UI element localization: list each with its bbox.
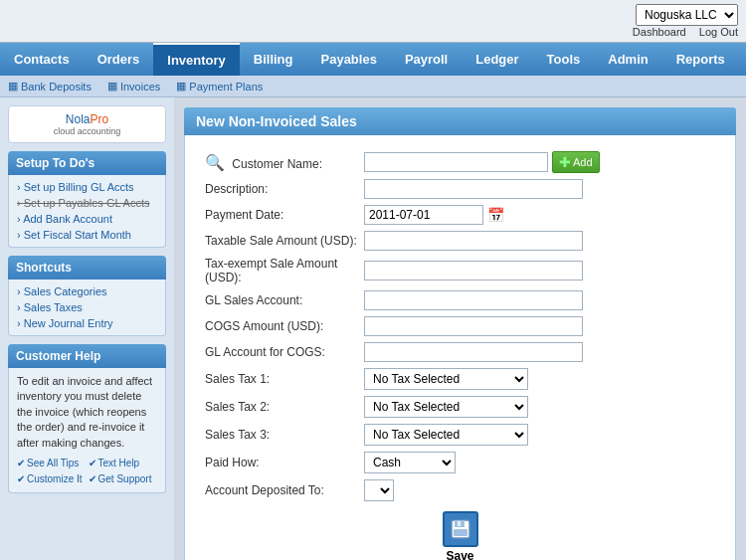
taxable-sale-input[interactable] (364, 231, 583, 251)
cogs-input[interactable] (364, 316, 583, 336)
cogs-row: COGS Amount (USD): (205, 316, 715, 336)
tax-exempt-label: Tax-exempt Sale Amount (USD): (205, 257, 364, 284)
sales-tax2-row: Sales Tax 2: No Tax Selected Tax Selecte… (205, 396, 715, 418)
logo-area: NolaPro cloud accounting (8, 105, 166, 143)
sales-tax3-select[interactable]: No Tax Selected Tax Selected (364, 424, 528, 446)
nav-admin[interactable]: Admin (594, 44, 661, 75)
save-area: Save (205, 511, 715, 560)
nav-payroll[interactable]: Payroll (391, 44, 462, 75)
sub-nav-bank-deposits[interactable]: ▦ Bank Deposits (8, 80, 92, 93)
save-label: Save (443, 549, 478, 560)
description-input[interactable] (364, 179, 583, 199)
paid-how-field: Cash Check Credit Card (364, 452, 715, 473)
customer-help-header: Customer Help (8, 344, 166, 368)
help-link-2[interactable]: ✔ Customize It (17, 472, 87, 486)
arrow-icon-3: › (17, 229, 24, 241)
arrow-icon-0: › (17, 181, 24, 193)
tax-exempt-input[interactable] (364, 261, 583, 280)
svg-rect-3 (458, 521, 461, 526)
nav-ledger[interactable]: Ledger (462, 44, 532, 75)
sales-tax3-label: Sales Tax 3: (205, 428, 364, 442)
taxable-sale-row: Taxable Sale Amount (USD): (205, 231, 715, 251)
nav-orders[interactable]: Orders (84, 44, 154, 75)
gl-sales-input[interactable] (364, 290, 583, 310)
setup-link-3[interactable]: › Set Fiscal Start Month (17, 227, 157, 243)
account-deposited-label: Account Deposited To: (205, 483, 364, 497)
sales-tax2-select[interactable]: No Tax Selected Tax Selected (364, 396, 528, 418)
shortcut-arrow-2: › (17, 317, 24, 329)
gl-sales-label: GL Sales Account: (205, 293, 364, 307)
gl-cogs-label: GL Account for COGS: (205, 345, 364, 359)
logo-sub: cloud accounting (17, 126, 157, 136)
sales-tax1-select[interactable]: No Tax Selected Tax Selected (364, 368, 528, 390)
customer-name-field: ✚ Add (364, 151, 715, 173)
company-select[interactable]: Noguska LLC (636, 4, 738, 26)
cogs-label: COGS Amount (USD): (205, 319, 364, 333)
help-link-3[interactable]: ✔ Get Support (89, 472, 158, 486)
customer-name-input[interactable] (364, 152, 548, 172)
shortcut-link-2[interactable]: › New Journal Entry (17, 315, 157, 331)
gl-cogs-field (364, 342, 715, 362)
sub-nav-invoices[interactable]: ▦ Invoices (107, 80, 160, 93)
nav-contacts[interactable]: Contacts (0, 44, 84, 75)
setup-link-0[interactable]: › Set up Billing GL Accts (17, 179, 157, 195)
top-bar: Noguska LLC Dashboard Log Out (0, 0, 746, 43)
shortcuts-title: Shortcuts (8, 256, 166, 280)
top-bar-right: Noguska LLC Dashboard Log Out (629, 4, 738, 38)
main-nav: Contacts Orders Inventory Billing Payabl… (0, 43, 746, 76)
plan-icon: ▦ (176, 80, 186, 93)
account-deposited-select[interactable] (364, 479, 394, 501)
check-icon-3: ✔ (89, 472, 96, 486)
nav-payables[interactable]: Payables (307, 44, 391, 75)
nav-tools[interactable]: Tools (533, 44, 595, 75)
sidebar: NolaPro cloud accounting Setup To Do's ›… (0, 97, 174, 560)
shortcut-link-1[interactable]: › Sales Taxes (17, 299, 157, 315)
nav-reports[interactable]: Reports (662, 44, 739, 75)
paid-how-label: Paid How: (205, 456, 364, 469)
tax-exempt-row: Tax-exempt Sale Amount (USD): (205, 257, 715, 284)
save-button[interactable]: Save (443, 511, 478, 560)
sales-tax2-field: No Tax Selected Tax Selected (364, 396, 715, 418)
gl-cogs-input[interactable] (364, 342, 583, 362)
sales-tax3-field: No Tax Selected Tax Selected (364, 424, 715, 446)
calendar-icon[interactable]: 📅 (487, 207, 504, 223)
help-link-1[interactable]: ✔ Text Help (89, 457, 158, 470)
arrow-icon-1: › (17, 197, 24, 209)
shortcut-arrow-0: › (17, 285, 24, 297)
form-body: 🔍 Customer Name: ✚ Add Description: (184, 135, 736, 560)
sub-nav-payment-plans[interactable]: ▦ Payment Plans (176, 80, 263, 93)
logo-pro: Pro (91, 112, 109, 126)
doc-icon: ▦ (107, 80, 117, 93)
setup-section-header: Setup To Do's (8, 151, 166, 175)
payment-date-label: Payment Date: (205, 208, 364, 222)
nav-billing[interactable]: Billing (240, 44, 307, 75)
search-icon: 🔍 (205, 154, 225, 171)
dashboard-link[interactable]: Dashboard (633, 26, 686, 38)
customer-name-row: 🔍 Customer Name: ✚ Add (205, 151, 715, 173)
setup-link-1[interactable]: › Set up Payables GL Accts (17, 195, 157, 211)
paid-how-row: Paid How: Cash Check Credit Card (205, 452, 715, 473)
payment-date-row: Payment Date: 📅 (205, 205, 715, 225)
paid-how-select[interactable]: Cash Check Credit Card (364, 452, 456, 473)
tax-exempt-field (364, 261, 715, 280)
nav-inventory[interactable]: Inventory (153, 43, 240, 76)
shortcut-link-0[interactable]: › Sales Categories (17, 283, 157, 299)
check-icon-2: ✔ (17, 472, 25, 486)
help-title: Customer Help (8, 344, 166, 368)
cogs-field (364, 316, 715, 336)
content-area: New Non-Invoiced Sales 🔍 Customer Name: … (174, 97, 746, 560)
customer-help-body: To edit an invoice and affect inventory … (8, 368, 166, 493)
logout-link[interactable]: Log Out (699, 26, 738, 38)
account-deposited-row: Account Deposited To: (205, 479, 715, 501)
shortcuts-section-header: Shortcuts (8, 256, 166, 280)
setup-title: Setup To Do's (8, 151, 166, 175)
payment-date-input[interactable] (364, 205, 483, 225)
svg-rect-2 (454, 529, 467, 536)
help-link-0[interactable]: ✔ See All Tips (17, 457, 87, 470)
logo: NolaPro (17, 112, 157, 126)
setup-link-2[interactable]: › Add Bank Account (17, 211, 157, 227)
check-icon-0: ✔ (17, 457, 25, 470)
sub-nav: ▦ Bank Deposits ▦ Invoices ▦ Payment Pla… (0, 76, 746, 97)
company-dropdown[interactable]: Noguska LLC (636, 4, 738, 26)
add-button[interactable]: ✚ Add (552, 151, 600, 173)
